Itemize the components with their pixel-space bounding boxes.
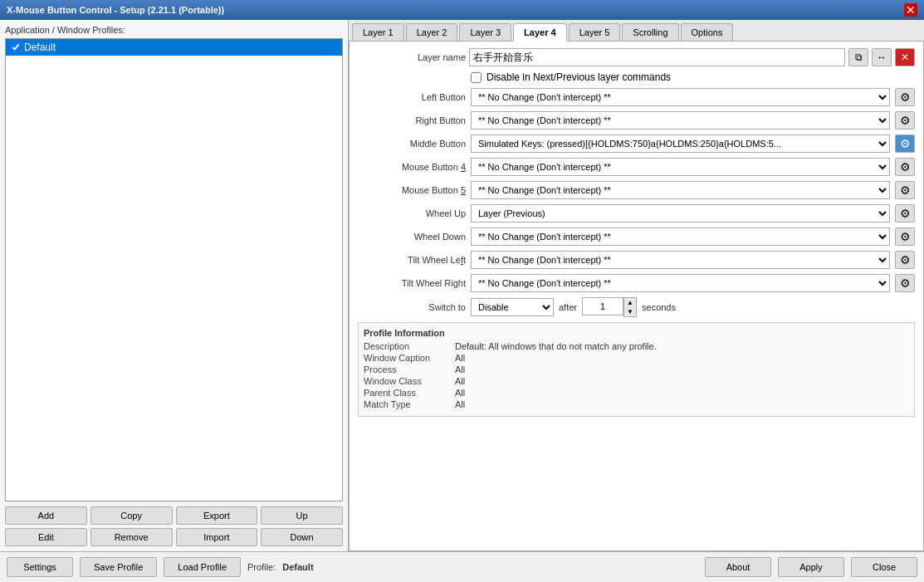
apply-button[interactable]: Apply (778, 557, 844, 577)
window-title: X-Mouse Button Control - Setup (2.21.1 (… (7, 5, 224, 15)
info-value-process: All (455, 364, 465, 374)
tilt-wheel-right-select[interactable]: ** No Change (Don't intercept) ** (471, 274, 890, 292)
seconds-input[interactable] (582, 297, 623, 315)
middle-button-gear[interactable]: ⚙ (895, 134, 915, 153)
left-button-label: Left Button (358, 92, 466, 102)
import-button[interactable]: Import (176, 528, 258, 546)
wheel-down-label: Wheel Down (358, 232, 466, 242)
spinner-down[interactable]: ▼ (624, 307, 636, 316)
close-button[interactable]: Close (851, 557, 917, 577)
mouse-button5-row: Mouse Button 5 ** No Change (Don't inter… (358, 181, 915, 199)
info-row-window-class: Window Class All (364, 376, 909, 386)
after-label: after (559, 302, 577, 312)
wheel-up-gear[interactable]: ⚙ (895, 204, 915, 223)
profile-name: Default (24, 42, 56, 53)
copy-layer-icon[interactable]: ⧉ (848, 48, 868, 66)
close-window-button[interactable]: ✕ (904, 3, 917, 17)
tilt-wheel-right-label: Tilt Wheel Right (358, 278, 466, 288)
clear-layer-icon[interactable]: ✕ (895, 48, 915, 66)
mouse-button5-label: Mouse Button 5 (358, 185, 466, 195)
tilt-wheel-right-gear[interactable]: ⚙ (895, 274, 915, 292)
spinner-controls: ▲ ▼ (623, 297, 637, 317)
tilt-wheel-left-select[interactable]: ** No Change (Don't intercept) ** (471, 251, 890, 269)
tab-scrolling[interactable]: Scrolling (622, 23, 678, 41)
remove-button[interactable]: Remove (90, 528, 173, 546)
load-profile-button[interactable]: Load Profile (164, 557, 241, 577)
seconds-spinner: ▲ ▼ (582, 297, 637, 317)
right-button-gear[interactable]: ⚙ (895, 111, 915, 130)
left-button-select[interactable]: ** No Change (Don't intercept) ** (471, 88, 890, 106)
tab-layer5[interactable]: Layer 5 (569, 23, 621, 41)
right-button-select[interactable]: ** No Change (Don't intercept) ** (471, 111, 890, 130)
tab-layer4[interactable]: Layer 4 (513, 23, 567, 42)
middle-button-row: Middle Button Simulated Keys: (pressed)[… (358, 134, 915, 153)
add-button[interactable]: Add (5, 506, 87, 525)
mouse-button4-row: Mouse Button 4 ** No Change (Don't inter… (358, 158, 915, 176)
tilt-wheel-right-row: Tilt Wheel Right ** No Change (Don't int… (358, 274, 915, 292)
info-row-process: Process All (364, 364, 909, 374)
bottom-bar: Settings Save Profile Load Profile Profi… (0, 551, 924, 582)
list-item[interactable]: Default (6, 39, 342, 56)
tilt-wheel-left-gear[interactable]: ⚙ (895, 251, 915, 269)
left-button-gear[interactable]: ⚙ (895, 88, 915, 106)
copy-button[interactable]: Copy (90, 506, 173, 525)
mouse-button4-label: Mouse Button 4 (358, 162, 466, 172)
wheel-down-select[interactable]: ** No Change (Don't intercept) ** (471, 227, 890, 246)
profile-value: Default (282, 562, 313, 572)
info-value-description: Default: All windows that do not match a… (455, 341, 657, 351)
info-row-description: Description Default: All windows that do… (364, 341, 909, 351)
info-row-window-caption: Window Caption All (364, 353, 909, 363)
settings-button[interactable]: Settings (7, 557, 73, 577)
about-button[interactable]: About (705, 557, 771, 577)
up-button[interactable]: Up (261, 506, 343, 525)
mouse-button5-select[interactable]: ** No Change (Don't intercept) ** (471, 181, 890, 199)
mouse-button4-select[interactable]: ** No Change (Don't intercept) ** (471, 158, 890, 176)
wheel-up-select[interactable]: Layer (Previous) (471, 204, 890, 223)
middle-button-select[interactable]: Simulated Keys: (pressed)[{HOLDMS:750}a{… (471, 134, 890, 153)
tab-layer2[interactable]: Layer 2 (406, 23, 458, 41)
right-button-row: Right Button ** No Change (Don't interce… (358, 111, 915, 130)
disable-checkbox[interactable] (471, 72, 482, 83)
right-button-label: Right Button (358, 115, 466, 125)
switch-to-select[interactable]: Disable (471, 298, 554, 316)
export-button[interactable]: Export (176, 506, 258, 525)
spinner-up[interactable]: ▲ (624, 298, 636, 307)
info-value-match-type: All (455, 399, 465, 409)
disable-label: Disable in Next/Previous layer commands (486, 71, 671, 83)
info-row-match-type: Match Type All (364, 399, 909, 409)
mouse-button5-gear[interactable]: ⚙ (895, 181, 915, 199)
wheel-down-row: Wheel Down ** No Change (Don't intercept… (358, 227, 915, 246)
profile-checkbox[interactable] (11, 42, 21, 52)
wheel-down-gear[interactable]: ⚙ (895, 227, 915, 246)
profiles-title: Application / Window Profiles: (5, 25, 343, 35)
left-panel: Application / Window Profiles: Default A… (0, 20, 349, 551)
right-panel: Layer 1 Layer 2 Layer 3 Layer 4 Layer 5 … (349, 20, 924, 551)
edit-button[interactable]: Edit (5, 528, 87, 546)
save-profile-button[interactable]: Save Profile (80, 557, 157, 577)
switch-to-row: Switch to Disable after ▲ ▼ seconds (358, 297, 915, 317)
swap-layer-icon[interactable]: ↔ (872, 48, 892, 66)
left-button-row: Left Button ** No Change (Don't intercep… (358, 88, 915, 106)
tab-options[interactable]: Options (681, 23, 734, 41)
title-bar: X-Mouse Button Control - Setup (2.21.1 (… (0, 0, 924, 20)
tilt-wheel-left-row: Tilt Wheel Left ** No Change (Don't inte… (358, 251, 915, 269)
layer-name-input[interactable] (469, 48, 845, 66)
down-button[interactable]: Down (261, 528, 343, 546)
info-label-window-caption: Window Caption (364, 353, 455, 363)
tilt-wheel-left-label: Tilt Wheel Left (358, 255, 466, 265)
info-value-parent-class: All (455, 388, 465, 398)
layer-name-row: Layer name ⧉ ↔ ✕ (358, 48, 915, 66)
info-label-match-type: Match Type (364, 399, 455, 409)
mouse-button4-gear[interactable]: ⚙ (895, 158, 915, 176)
profile-info-title: Profile Information (364, 328, 909, 338)
tab-layer3[interactable]: Layer 3 (459, 23, 511, 41)
tab-content-layer4: Layer name ⧉ ↔ ✕ Disable in Next/Previou… (349, 42, 924, 551)
info-row-parent-class: Parent Class All (364, 388, 909, 398)
info-label-process: Process (364, 364, 455, 374)
profile-list[interactable]: Default (5, 38, 343, 501)
wheel-up-row: Wheel Up Layer (Previous) ⚙ (358, 204, 915, 223)
disable-checkbox-row: Disable in Next/Previous layer commands (471, 71, 915, 83)
info-value-window-class: All (455, 376, 465, 386)
tab-layer1[interactable]: Layer 1 (352, 23, 404, 41)
info-label-parent-class: Parent Class (364, 388, 455, 398)
